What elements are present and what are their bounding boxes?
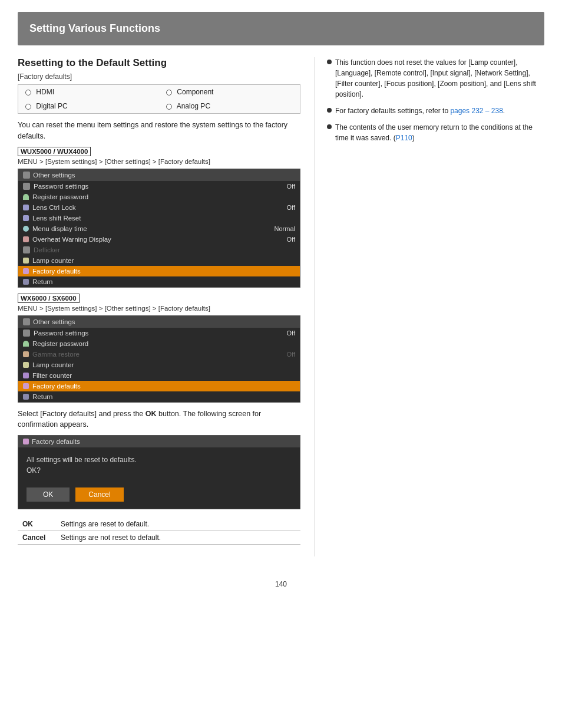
password-settings-icon [23,183,30,190]
gamma-restore-icon [23,351,29,357]
menu-item-overheat-warning: Overheat Warning Display Off [18,234,300,245]
radio-analog-pc [166,104,172,110]
settings-icon-2 [23,318,30,325]
table-row: Digital PC Analog PC [18,99,300,114]
left-column: Resetting to the Default Setting [Factor… [18,57,300,556]
bullet-dot-1 [327,60,332,64]
register-password-icon-2 [23,341,29,347]
model1-menu-title: Other settings [18,169,300,181]
factory-defaults-icon [23,268,29,274]
section-title: Resetting to the Default Setting [18,57,300,69]
result-cancel-value: Settings are not reset to default. [56,531,300,545]
menu-item2-register-password: Register password [18,338,300,349]
model2-path: MENU > [System settings] > [Other settin… [18,305,300,312]
lens-ctrl-lock-icon [23,205,29,210]
radio-component [166,90,172,95]
confirm-dialog-title: Factory defaults [18,436,300,447]
return-icon-2 [23,394,29,400]
content-columns: Resetting to the Default Setting [Factor… [18,57,544,556]
bullet-text-1: This function does not reset the values … [335,57,544,100]
result-ok-value: Settings are reset to default. [56,518,300,531]
signal-digital-pc: Digital PC [18,99,160,114]
menu-item2-gamma-restore: Gamma restore Off [18,349,300,360]
menu-item-factory-defaults: Factory defaults [18,266,300,276]
menu-item2-lamp-counter: Lamp counter [18,360,300,370]
confirm-buttons: OK Cancel [18,483,300,509]
p110-link[interactable]: P110 [396,134,412,142]
page-number: 140 [0,580,562,588]
menu-item2-return: Return [18,391,300,402]
confirm-body-line2: OK? [27,465,292,476]
settings-icon [23,172,30,179]
signal-analog-pc: Analog PC [159,99,300,114]
lamp-counter-icon [23,258,29,263]
filter-counter-icon [23,373,29,378]
menu-item-return: Return [18,276,300,287]
menu-item-lens-shift-reset: Lens shift Reset [18,213,300,223]
result-ok-key: OK [18,518,56,531]
page-container: Setting Various Functions Resetting to t… [0,0,562,728]
select-instruction: Select [Factory defaults] and press the … [18,409,300,431]
bullet-text-3: The contents of the user memory return t… [335,122,544,143]
radio-digital-pc [25,104,31,110]
result-row-cancel: Cancel Settings are not reset to default… [18,531,300,545]
bullet-dot-2 [327,108,332,113]
menu-item2-filter-counter: Filter counter [18,370,300,381]
register-password-icon [23,194,29,200]
menu-item-deflicker: Deflicker [18,245,300,255]
menu-item2-factory-defaults: Factory defaults [18,381,300,391]
password-settings-icon-2 [23,330,30,337]
bullet-text-2: For factory defaults settings, refer to … [335,106,505,116]
confirm-factory-icon [23,439,29,444]
menu-item-lamp-counter: Lamp counter [18,255,300,266]
menu-item-password-settings: Password settings Off [18,181,300,192]
overheat-warning-icon [23,236,29,242]
table-row: HDMI Component [18,85,300,100]
bullet-list: This function does not reset the values … [327,57,544,143]
confirm-ok-button[interactable]: OK [27,487,70,502]
lamp-counter-icon-2 [23,362,29,368]
menu-display-time-icon [23,226,29,232]
menu-item-menu-display-time: Menu display time Normal [18,223,300,234]
signal-hdmi: HDMI [18,85,160,100]
radio-hdmi [25,90,31,95]
menu-item2-password-settings: Password settings Off [18,328,300,338]
bullet-item-2: For factory defaults settings, refer to … [327,106,544,116]
return-icon [23,279,29,285]
confirm-dialog: Factory defaults All settings will be re… [18,435,300,509]
menu-item-lens-ctrl-lock: Lens Ctrl Lock Off [18,202,300,213]
confirm-dialog-body: All settings will be reset to defaults. … [18,447,300,483]
confirm-cancel-button[interactable]: Cancel [75,487,123,502]
factory-label: [Factory defaults] [18,73,300,81]
description-text: You can reset the menu item settings and… [18,120,300,142]
factory-defaults-icon-2 [23,383,29,389]
result-row-ok: OK Settings are reset to default. [18,518,300,531]
model2-menu: Other settings Password settings Off Reg… [18,315,300,403]
pages-link[interactable]: pages 232 – 238 [450,107,503,115]
model1-label: WUX5000 / WUX4000 [18,147,91,156]
deflicker-icon [23,246,30,253]
model1-menu: Other settings Password settings Off Reg… [18,169,300,288]
result-cancel-key: Cancel [18,531,56,545]
header-banner: Setting Various Functions [18,12,544,45]
lens-shift-reset-icon [23,215,29,221]
menu-item-register-password: Register password [18,192,300,202]
ok-bold-label: OK [146,410,157,418]
model2-menu-title: Other settings [18,316,300,328]
bullet-item-1: This function does not reset the values … [327,57,544,100]
result-table: OK Settings are reset to default. Cancel… [18,518,300,545]
bullet-dot-3 [327,124,332,129]
confirm-body-line1: All settings will be reset to defaults. [27,454,292,465]
signal-component: Component [159,85,300,100]
right-column: This function does not reset the values … [315,57,544,556]
model2-label: WX6000 / SX6000 [18,294,80,303]
bullet-item-3: The contents of the user memory return t… [327,122,544,143]
page-title: Setting Various Functions [29,22,160,34]
model1-path: MENU > [System settings] > [Other settin… [18,158,300,165]
signal-table: HDMI Component Digital PC Analog PC [18,84,300,114]
